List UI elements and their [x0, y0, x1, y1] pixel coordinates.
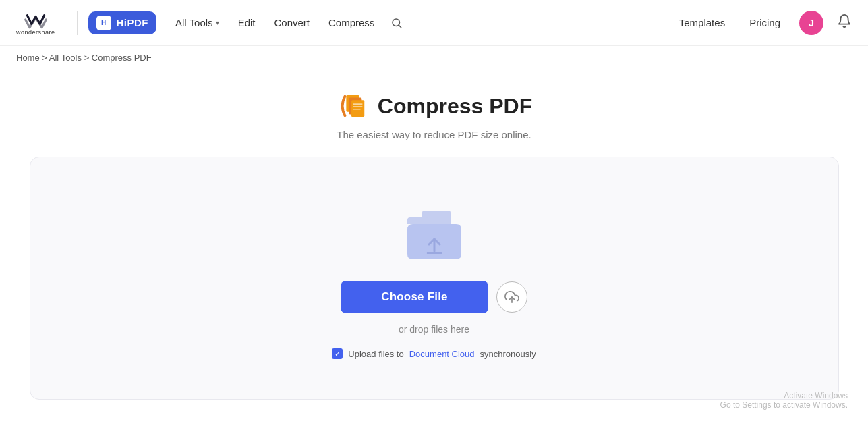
- user-avatar[interactable]: J: [799, 11, 823, 35]
- choose-file-button[interactable]: Choose File: [341, 281, 488, 313]
- all-tools-arrow: ▾: [216, 19, 219, 26]
- upload-checkbox[interactable]: ✓: [332, 348, 343, 359]
- nav-convert[interactable]: Convert: [266, 11, 318, 34]
- cloud-upload-icon: [504, 290, 519, 304]
- breadcrumb: Home > All Tools > Compress PDF: [0, 46, 868, 70]
- hipdf-badge[interactable]: H HiPDF: [88, 11, 157, 34]
- main-content: Compress PDF The easiest way to reduce P…: [0, 70, 868, 416]
- upload-option-row: ✓ Upload files to Document Cloud synchro…: [332, 348, 536, 359]
- page-title: Compress PDF: [378, 94, 532, 119]
- breadcrumb-current: Compress PDF: [92, 53, 152, 63]
- folder-svg: [401, 204, 468, 265]
- header-divider: [77, 11, 78, 35]
- upload-option-prefix: Upload files to: [348, 349, 403, 359]
- header-right: Templates Pricing J: [674, 11, 852, 35]
- svg-line-1: [399, 25, 401, 27]
- folder-illustration: [401, 204, 468, 265]
- bell-icon[interactable]: [837, 14, 852, 32]
- page-title-row: Compress PDF: [336, 90, 532, 122]
- breadcrumb-sep1: >: [42, 53, 49, 63]
- main-nav: All Tools ▾ Edit Convert Compress: [167, 11, 408, 34]
- document-cloud-link[interactable]: Document Cloud: [409, 349, 475, 359]
- compress-pdf-icon: [336, 90, 368, 122]
- page-subtitle: The easiest way to reduce PDF size onlin…: [337, 129, 531, 140]
- svg-point-0: [393, 19, 400, 26]
- templates-link[interactable]: Templates: [674, 11, 730, 34]
- wondershare-logo[interactable]: wondershare: [16, 10, 55, 36]
- pricing-link[interactable]: Pricing: [744, 11, 786, 34]
- upload-card: Choose File or drop files here ✓ Upload …: [30, 157, 839, 400]
- breadcrumb-all-tools[interactable]: All Tools: [49, 53, 82, 63]
- upload-option-suffix: synchronously: [480, 349, 536, 359]
- breadcrumb-sep2: >: [84, 53, 92, 63]
- choose-file-row: Choose File: [341, 281, 527, 313]
- svg-rect-4: [351, 100, 364, 117]
- hipdf-icon: H: [96, 16, 111, 30]
- search-icon: [390, 17, 403, 29]
- wondershare-text: wondershare: [16, 29, 55, 36]
- wondershare-icon: [24, 10, 48, 29]
- search-button[interactable]: [385, 11, 408, 34]
- breadcrumb-home[interactable]: Home: [16, 53, 40, 63]
- nav-all-tools[interactable]: All Tools ▾: [167, 11, 227, 34]
- cloud-upload-button[interactable]: [496, 281, 527, 313]
- drop-text: or drop files here: [399, 324, 469, 335]
- nav-compress[interactable]: Compress: [320, 11, 382, 34]
- header: wondershare H HiPDF All Tools ▾ Edit Con…: [0, 0, 868, 46]
- hipdf-label: HiPDF: [117, 17, 149, 28]
- nav-edit[interactable]: Edit: [230, 11, 264, 34]
